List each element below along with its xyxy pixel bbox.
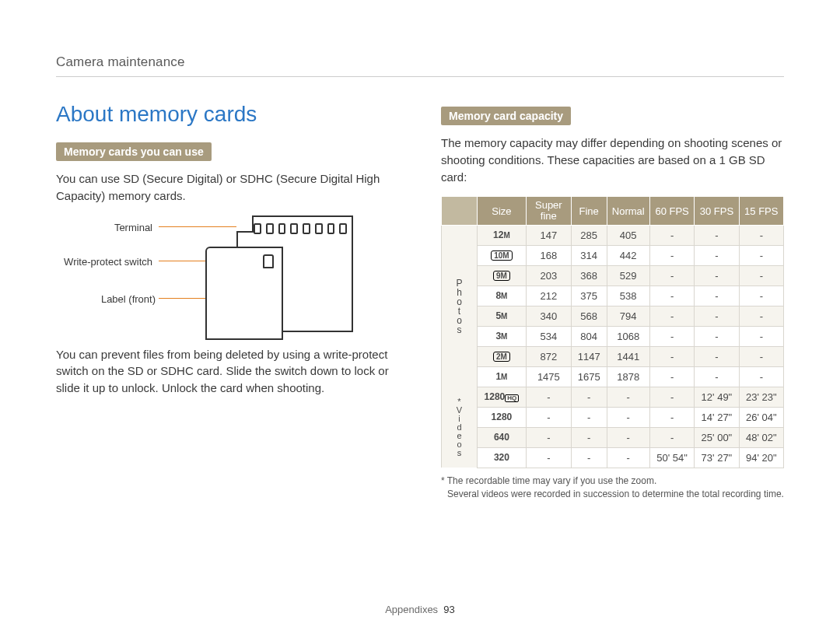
col-60fps: 60 FPS	[649, 197, 694, 226]
paragraph: You can prevent files from being deleted…	[56, 346, 399, 397]
cell-size: 12M	[478, 225, 527, 245]
col-superfine: Super fine	[526, 197, 571, 226]
footnote-2: Several videos were recorded in successi…	[441, 488, 784, 501]
table-footnotes: * The recordable time may vary if you us…	[441, 475, 784, 502]
cell: 12' 49"	[695, 387, 739, 407]
cell: -	[695, 285, 739, 306]
cell-size: 1280	[478, 407, 527, 427]
table-row: 10M168314442---	[442, 245, 784, 265]
table-row: 1M147516751878---	[442, 366, 784, 387]
cell: 1878	[607, 366, 649, 387]
col-size: Size	[478, 197, 527, 226]
col-normal: Normal	[607, 197, 649, 226]
cell-size: 8M	[478, 285, 527, 306]
footer-page: 93	[443, 604, 454, 615]
cell: -	[739, 346, 783, 366]
paragraph: The memory capacity may differ depending…	[441, 135, 784, 185]
diagram-label-write-protect: Write-protect switch	[40, 256, 152, 268]
cell: -	[526, 387, 571, 407]
cell: -	[739, 225, 783, 245]
cell: 534	[526, 326, 571, 346]
table-row: Photos12M147285405---	[442, 225, 784, 245]
cell: 94' 20"	[739, 447, 783, 468]
cell: 375	[571, 285, 607, 306]
cell: 26' 04"	[739, 407, 783, 427]
table-row: 3M5348041068---	[442, 326, 784, 346]
cell: -	[649, 346, 694, 366]
cell-size: 640	[478, 427, 527, 447]
cell: -	[649, 265, 694, 285]
col-30fps: 30 FPS	[695, 197, 739, 226]
cell: -	[526, 447, 571, 468]
table-row: 640----25' 00"48' 02"	[442, 427, 784, 447]
cell: -	[695, 265, 739, 285]
cell: -	[571, 447, 607, 468]
cell: 1147	[571, 346, 607, 366]
cell: 25' 00"	[695, 427, 739, 447]
cell: 23' 23"	[739, 387, 783, 407]
cell: -	[649, 245, 694, 265]
cell: -	[695, 245, 739, 265]
cell: -	[739, 366, 783, 387]
cell: 568	[571, 306, 607, 326]
cell: -	[607, 387, 649, 407]
cell: -	[607, 447, 649, 468]
cell: 1441	[607, 346, 649, 366]
cell: -	[695, 346, 739, 366]
cell: -	[695, 366, 739, 387]
cell: 50' 54"	[649, 447, 694, 468]
banner-memory-card-capacity: Memory card capacity	[441, 107, 571, 125]
cell: -	[695, 306, 739, 326]
cell: -	[571, 387, 607, 407]
cell: 1675	[571, 366, 607, 387]
table-row: 1280----14' 27"26' 04"	[442, 407, 784, 427]
cell: 872	[526, 346, 571, 366]
row-group-videos: * Videos	[442, 387, 478, 468]
cell: -	[571, 427, 607, 447]
cell: 538	[607, 285, 649, 306]
table-row: 9M203368529---	[442, 265, 784, 285]
cell: -	[649, 225, 694, 245]
paragraph: You can use SD (Secure Digital) or SDHC …	[56, 170, 399, 205]
cell: 48' 02"	[739, 427, 783, 447]
cell: 1475	[526, 366, 571, 387]
cell: -	[649, 285, 694, 306]
footer-section: Appendixes	[385, 604, 438, 615]
cell: -	[607, 427, 649, 447]
col-fine: Fine	[571, 197, 607, 226]
cell: 340	[526, 306, 571, 326]
sd-card-small-icon	[205, 247, 283, 340]
cell-size: 1280HQ	[478, 387, 527, 407]
cell-size: 1M	[478, 366, 527, 387]
cell: 529	[607, 265, 649, 285]
right-column: Memory card capacity The memory capacity…	[441, 83, 784, 502]
cell: -	[649, 427, 694, 447]
cell: -	[649, 407, 694, 427]
cell: 168	[526, 245, 571, 265]
sd-card-diagram: Terminal Write-protect switch Label (fro…	[73, 215, 399, 340]
cell: 442	[607, 245, 649, 265]
cell: -	[571, 407, 607, 427]
table-row: * Videos1280HQ----12' 49"23' 23"	[442, 387, 784, 407]
cell: -	[607, 407, 649, 427]
cell: 368	[571, 265, 607, 285]
cell: 405	[607, 225, 649, 245]
table-row: 320---50' 54"73' 27"94' 20"	[442, 447, 784, 468]
cell: 14' 27"	[695, 407, 739, 427]
cell-size: 2M	[478, 346, 527, 366]
cell: -	[649, 387, 694, 407]
cell: 212	[526, 285, 571, 306]
cell-size: 320	[478, 447, 527, 468]
table-row: 2M87211471441---	[442, 346, 784, 366]
banner-memory-cards-you-can-use: Memory cards you can use	[56, 142, 212, 161]
col-15fps: 15 FPS	[739, 197, 783, 226]
cell: -	[526, 427, 571, 447]
cell: 203	[526, 265, 571, 285]
col-blank	[442, 197, 478, 226]
page-footer: Appendixes 93	[0, 604, 840, 615]
row-group-photos: Photos	[442, 225, 478, 387]
cell: -	[649, 326, 694, 346]
cell: -	[739, 306, 783, 326]
capacity-table: Size Super fine Fine Normal 60 FPS 30 FP…	[441, 196, 784, 468]
left-column: About memory cards Memory cards you can …	[56, 83, 399, 502]
